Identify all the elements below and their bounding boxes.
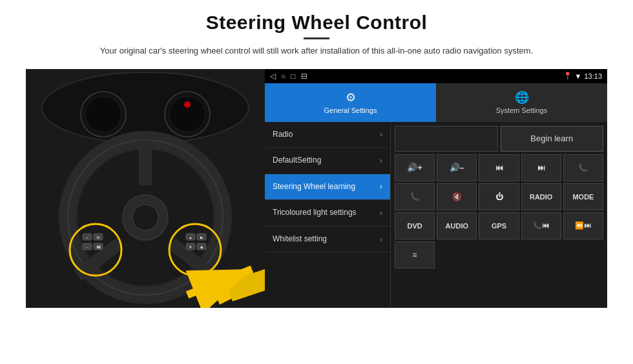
content-area: + M – ☎ ▲ ▶ ▼ ◆: [26, 69, 607, 308]
title-divider: [304, 37, 329, 39]
power-icon: ⏻: [495, 192, 503, 201]
vol-up-icon: 🔊+: [407, 163, 422, 172]
seek-icon: ⏪⏭: [575, 221, 591, 230]
prev-icon: ⏮: [495, 163, 503, 172]
status-indicators: 📍 ▼ 13:13: [563, 72, 602, 80]
phone-button[interactable]: 📞: [563, 154, 603, 181]
dvd-button[interactable]: DVD: [395, 212, 435, 239]
radio-button[interactable]: RADIO: [521, 183, 561, 210]
mode-label: MODE: [572, 193, 594, 201]
svg-point-6: [184, 101, 191, 108]
menu-icon[interactable]: ⊟: [301, 72, 307, 81]
back-icon[interactable]: ◁: [270, 72, 276, 81]
settings-gear-icon: ⚙: [346, 90, 356, 105]
menu-item-steering-wheel[interactable]: Steering Wheel learning ›: [265, 174, 390, 201]
mute-icon: 🔇: [452, 192, 462, 201]
home-icon[interactable]: ○: [281, 72, 285, 81]
list-icon: ≡: [413, 250, 417, 259]
globe-icon: 🌐: [515, 90, 529, 105]
phone-icon: 📞: [578, 163, 588, 172]
nav-icons: ◁ ○ □ ⊟: [270, 72, 307, 81]
status-bar: ◁ ○ □ ⊟ 📍 ▼ 13:13: [265, 69, 607, 83]
chevron-right-icon: ›: [380, 182, 382, 191]
svg-text:◆: ◆: [200, 245, 203, 249]
steering-wheel-panel: + M – ☎ ▲ ▶ ▼ ◆: [26, 69, 265, 308]
audio-label: AUDIO: [446, 222, 468, 230]
vol-down-icon: 🔊–: [450, 163, 464, 172]
mute-button[interactable]: 🔇: [437, 183, 477, 210]
prev-track-button[interactable]: ⏮: [479, 154, 519, 181]
wifi-icon: ▼: [575, 72, 582, 80]
svg-text:+: +: [86, 236, 88, 239]
top-row: Begin learn: [395, 126, 603, 152]
menu-whitelist-label: Whitelist setting: [273, 234, 327, 245]
menu-item-default-setting[interactable]: DefaultSetting ›: [265, 148, 390, 174]
audio-button[interactable]: AUDIO: [437, 212, 477, 239]
tab-general-label: General Settings: [324, 106, 377, 114]
phone-prev-icon: 📞⏮: [533, 221, 549, 230]
menu-item-radio[interactable]: Radio ›: [265, 122, 390, 148]
svg-text:☎: ☎: [96, 245, 101, 249]
svg-point-3: [85, 96, 121, 132]
chevron-right-icon: ›: [380, 208, 382, 217]
menu-steering-label: Steering Wheel learning: [273, 182, 355, 192]
chevron-right-icon: ›: [380, 156, 382, 165]
svg-text:▶: ▶: [200, 236, 203, 239]
svg-text:▲: ▲: [189, 236, 192, 239]
controls-grid: 🔊+ 🔊– ⏮ ⏭ 📞: [395, 154, 603, 304]
mode-button[interactable]: MODE: [563, 183, 603, 210]
extra-button[interactable]: ≡: [395, 241, 435, 268]
menu-list: Radio › DefaultSetting › Steering Wheel …: [265, 122, 391, 308]
tab-system-settings[interactable]: 🌐 System Settings: [436, 83, 607, 122]
ctrl-row-1: 🔊+ 🔊– ⏮ ⏭ 📞: [395, 154, 603, 181]
begin-learn-button[interactable]: Begin learn: [501, 126, 604, 152]
vol-down-button[interactable]: 🔊–: [437, 154, 477, 181]
svg-text:▼: ▼: [189, 245, 192, 249]
svg-text:M: M: [97, 236, 100, 239]
menu-area: Radio › DefaultSetting › Steering Wheel …: [265, 122, 607, 308]
next-icon: ⏭: [537, 163, 545, 172]
answer-icon: 📞: [410, 192, 420, 201]
menu-item-tricoloured[interactable]: Tricoloured light settings ›: [265, 200, 390, 227]
ctrl-row-2: 📞 🔇 ⏻ RADIO MO: [395, 183, 603, 210]
ctrl-row-4: ≡: [395, 241, 603, 268]
svg-point-14: [132, 205, 158, 230]
empty-input-box: [395, 126, 498, 152]
menu-tricoloured-label: Tricoloured light settings: [273, 208, 357, 218]
tab-system-label: System Settings: [496, 106, 547, 114]
page-container: Steering Wheel Control Your original car…: [0, 0, 633, 364]
location-icon: 📍: [563, 72, 572, 80]
gps-label: GPS: [492, 222, 506, 230]
android-ui-panel: ◁ ○ □ ⊟ 📍 ▼ 13:13 ⚙ General Settings: [265, 69, 607, 308]
menu-default-label: DefaultSetting: [273, 156, 321, 166]
gps-button[interactable]: GPS: [479, 212, 519, 239]
tabs-bar: ⚙ General Settings 🌐 System Settings: [265, 83, 607, 122]
menu-item-whitelist[interactable]: Whitelist setting ›: [265, 227, 390, 253]
power-button[interactable]: ⏻: [479, 183, 519, 210]
next-track-button[interactable]: ⏭: [521, 154, 561, 181]
menu-radio-label: Radio: [273, 130, 293, 140]
control-panel: Begin learn 🔊+ 🔊–: [391, 122, 607, 308]
dvd-label: DVD: [407, 222, 422, 230]
tab-general-settings[interactable]: ⚙ General Settings: [265, 83, 436, 122]
page-title: Steering Wheel Control: [100, 12, 533, 34]
seek-button[interactable]: ⏪⏭: [563, 212, 603, 239]
radio-label: RADIO: [530, 193, 552, 201]
ctrl-row-3: DVD AUDIO GPS 📞⏮: [395, 212, 603, 239]
answer-call-button[interactable]: 📞: [395, 183, 435, 210]
recents-icon[interactable]: □: [291, 72, 295, 81]
clock: 13:13: [584, 72, 602, 80]
vol-up-button[interactable]: 🔊+: [395, 154, 435, 181]
steering-wheel-bg: + M – ☎ ▲ ▶ ▼ ◆: [26, 69, 265, 308]
phone-prev-button[interactable]: 📞⏮: [521, 212, 561, 239]
title-section: Steering Wheel Control Your original car…: [100, 12, 533, 57]
chevron-right-icon: ›: [380, 235, 382, 244]
chevron-right-icon: ›: [380, 130, 382, 139]
page-subtitle: Your original car's steering wheel contr…: [100, 45, 533, 57]
